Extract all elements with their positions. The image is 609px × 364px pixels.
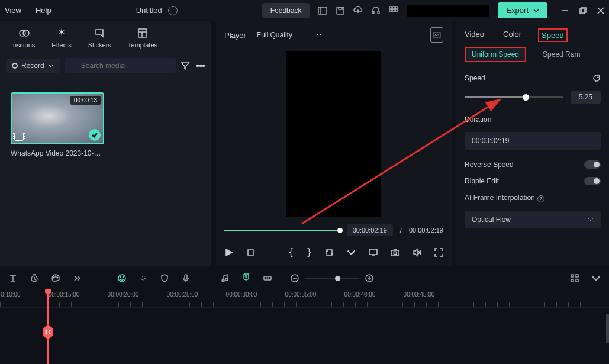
reverse-speed-toggle[interactable]	[584, 160, 601, 169]
film-icon	[14, 133, 24, 141]
record-icon	[12, 63, 18, 69]
subtab-uniform-speed[interactable]: Uniform Speed	[465, 47, 526, 62]
magnet-icon[interactable]	[241, 272, 251, 282]
timeline-scrollbar[interactable]	[606, 314, 609, 343]
tab-color[interactable]: Color	[503, 30, 521, 41]
duration-input[interactable]	[465, 132, 601, 150]
media-item[interactable]: 00:00:13 WhatsApp Video 2023-10-05...	[11, 92, 104, 157]
speed-value[interactable]: 5.25	[571, 91, 601, 104]
crop-icon[interactable]	[325, 248, 334, 257]
dropdown-icon[interactable]	[591, 273, 601, 283]
filter-icon[interactable]	[181, 61, 190, 70]
play-icon[interactable]	[224, 248, 233, 257]
layout-icon[interactable]	[318, 6, 327, 15]
tab-video[interactable]: Video	[465, 30, 484, 41]
menu-view[interactable]: View	[5, 6, 21, 15]
search-input[interactable]	[65, 58, 176, 73]
snapshot-button[interactable]	[430, 27, 443, 43]
menu-help[interactable]: Help	[36, 6, 51, 15]
top-tools: Feedback Export	[262, 2, 604, 18]
ripple-edit-toggle[interactable]	[584, 177, 601, 185]
feedback-button[interactable]: Feedback	[262, 3, 310, 18]
search-wrap	[65, 58, 176, 73]
svg-point-37	[53, 277, 54, 278]
more-icon[interactable]	[196, 61, 205, 70]
svg-point-41	[120, 277, 121, 278]
svg-rect-0	[318, 7, 327, 14]
svg-point-25	[200, 65, 202, 67]
cloud-upload-icon[interactable]	[353, 6, 363, 15]
time-total: 00:00:02:19	[409, 227, 443, 234]
ai-interpolation-select[interactable]: Optical Flow	[465, 211, 601, 228]
tab-speed[interactable]: Speed	[538, 28, 568, 42]
reset-icon[interactable]	[592, 74, 601, 82]
properties-tabs: Video Color Speed	[456, 21, 609, 47]
svg-point-40	[118, 275, 125, 282]
ruler-time: 00:00:20:00	[108, 291, 139, 298]
record-button[interactable]: Record	[6, 59, 60, 73]
mark-out-icon[interactable]: }	[307, 247, 312, 257]
export-button[interactable]: Export	[498, 2, 547, 18]
main-area: nsitions Effects Stickers Templates Reco…	[0, 21, 609, 266]
cloud-sync-icon[interactable]	[168, 6, 178, 15]
ruler-time: 00:00:40:00	[344, 291, 376, 298]
zoom-in-icon[interactable]	[365, 273, 374, 283]
grid-view-icon[interactable]	[570, 273, 579, 283]
more-tools-icon[interactable]	[72, 273, 82, 283]
subtab-speed-ramp[interactable]: Speed Ram	[537, 48, 586, 61]
tab-transitions[interactable]: nsitions	[5, 24, 43, 52]
chevron-down-icon[interactable]	[347, 248, 356, 257]
timeline-ruler[interactable]: 0:10:00 00:00:15:00 00:00:20:00 00:00:25…	[0, 290, 609, 308]
apps-grid-icon[interactable]	[389, 6, 398, 15]
quality-select[interactable]: Full Quality	[257, 31, 322, 39]
timeline-toolbar	[0, 266, 609, 290]
svg-rect-47	[264, 276, 271, 280]
volume-icon[interactable]	[413, 248, 421, 257]
mic-icon[interactable]	[181, 273, 191, 283]
zoom-slider[interactable]	[305, 278, 359, 279]
svg-point-24	[197, 65, 199, 67]
music-icon[interactable]	[220, 273, 230, 283]
speed-slider[interactable]	[465, 96, 563, 98]
tab-stickers[interactable]: Stickers	[80, 24, 120, 52]
progress-slider[interactable]	[224, 230, 340, 231]
camera-icon[interactable]	[391, 248, 399, 257]
svg-rect-14	[581, 8, 586, 12]
maximize-icon[interactable]	[579, 7, 587, 14]
mark-in-icon[interactable]: {	[288, 247, 294, 257]
palette-icon[interactable]	[51, 273, 60, 283]
tab-effects[interactable]: Effects	[43, 24, 79, 52]
timeline: 0:10:00 00:00:15:00 00:00:20:00 00:00:25…	[0, 266, 609, 364]
svg-rect-44	[185, 275, 187, 279]
minimize-icon[interactable]	[562, 7, 569, 14]
zoom-out-icon[interactable]	[290, 273, 299, 283]
link-icon[interactable]	[263, 273, 272, 283]
playhead[interactable]	[47, 290, 49, 364]
topbar: View Help Untitled Feedback Export	[0, 0, 609, 21]
face-icon[interactable]	[117, 273, 127, 283]
svg-rect-57	[571, 279, 573, 282]
display-icon[interactable]	[369, 248, 378, 257]
ai-interpolation-label: AI Frame Interpolation?	[465, 194, 544, 202]
reverse-speed-label: Reverse Speed	[465, 160, 514, 169]
svg-rect-5	[378, 11, 379, 14]
svg-rect-58	[576, 279, 578, 282]
player-viewport[interactable]	[216, 49, 452, 218]
text-tool-icon[interactable]	[8, 273, 18, 283]
shield-icon[interactable]	[160, 273, 169, 283]
sparkle-icon[interactable]	[138, 273, 148, 283]
timer-icon[interactable]	[30, 273, 39, 283]
media-thumbnail[interactable]: 00:00:13	[11, 92, 104, 144]
save-icon[interactable]	[336, 6, 345, 15]
ruler-time: 00:00:45:00	[404, 291, 435, 298]
ruler-time: 00:00:15:00	[49, 291, 80, 298]
help-icon[interactable]: ?	[537, 195, 544, 202]
svg-point-38	[55, 276, 56, 277]
stop-icon[interactable]	[246, 248, 255, 257]
fullscreen-icon[interactable]	[434, 248, 443, 257]
headphones-icon[interactable]	[371, 6, 381, 15]
speed-section: Speed 5.25 Duration Reverse Speed Ripple…	[456, 68, 609, 234]
close-icon[interactable]	[597, 7, 604, 14]
tab-templates[interactable]: Templates	[120, 24, 166, 52]
time-current: 00:00:02:19	[347, 224, 393, 236]
